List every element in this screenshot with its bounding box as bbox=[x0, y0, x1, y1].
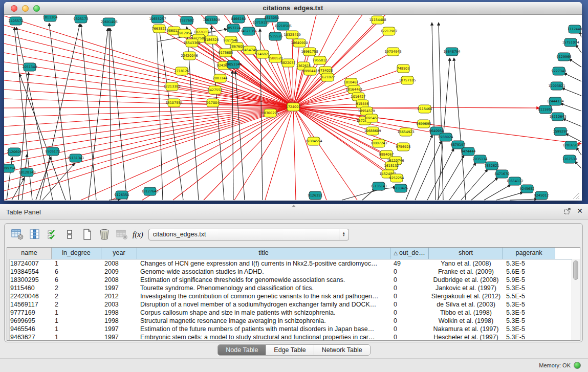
graph-node[interactable]: 7663822 bbox=[152, 25, 167, 33]
cell-pagerank[interactable]: 5.3E-5 bbox=[503, 309, 555, 317]
column-header-name[interactable]: name bbox=[7, 248, 52, 259]
cell-outde[interactable]: 0 bbox=[390, 325, 429, 333]
cell-pagerank[interactable]: 5.3E-5 bbox=[503, 325, 555, 333]
cell-name[interactable]: 18724007 bbox=[7, 259, 52, 268]
graph-node[interactable]: 10688609 bbox=[364, 127, 381, 135]
cell-indegree[interactable]: 1 bbox=[52, 309, 101, 317]
graph-node[interactable]: 18640910 bbox=[291, 39, 308, 47]
graph-node[interactable]: 7632621 bbox=[485, 162, 499, 170]
cell-year[interactable]: 2008 bbox=[101, 276, 137, 284]
cell-outde[interactable]: 0 bbox=[390, 300, 429, 309]
table-row[interactable]: 1938455462009Genome-wide association stu… bbox=[7, 268, 580, 276]
cell-year[interactable]: 1998 bbox=[101, 309, 137, 317]
cell-pagerank[interactable]: 5.9E-5 bbox=[503, 276, 555, 284]
cell-title[interactable]: Estimation of the future numbers of pati… bbox=[137, 325, 390, 333]
cell-short[interactable]: Stergiakouli et al. (2012) bbox=[429, 292, 503, 300]
graph-node[interactable]: 8471670 bbox=[495, 170, 510, 178]
graph-node[interactable]: 917004 bbox=[207, 99, 220, 107]
memory-status-indicator-icon[interactable] bbox=[574, 362, 581, 369]
graph-node[interactable]: 16543362 bbox=[183, 39, 200, 47]
cell-year[interactable]: 2008 bbox=[101, 259, 137, 268]
network-table-select[interactable]: citations_edges.txt ▲▼ bbox=[148, 229, 349, 240]
graph-node[interactable]: 15135141 bbox=[370, 182, 387, 190]
cell-title[interactable]: Embryonic stem cells: a model to study s… bbox=[137, 333, 390, 341]
graph-node[interactable]: 18127643 bbox=[141, 187, 158, 195]
cell-pagerank[interactable]: 5.5E-5 bbox=[503, 292, 555, 300]
show-column-button[interactable] bbox=[28, 228, 41, 241]
column-header-pagerank[interactable]: pagerank bbox=[503, 248, 555, 259]
graph-node[interactable]: 2935114 bbox=[473, 155, 488, 163]
graph-node[interactable]: 8813054 bbox=[265, 15, 279, 22]
table-row[interactable]: 2242004622012Investigating the contribut… bbox=[7, 292, 580, 300]
network-window[interactable]: citations_edges.txt 17240077663822986012… bbox=[4, 2, 582, 201]
citation-network-graph[interactable]: 1724007766382298601238912954182260589327… bbox=[4, 15, 582, 201]
graph-node[interactable]: 12217987 bbox=[380, 27, 397, 35]
graph-node[interactable]: 17016504 bbox=[562, 141, 579, 149]
cell-indegree[interactable]: 1 bbox=[52, 317, 101, 325]
graph-node[interactable]: 9305173 bbox=[74, 15, 89, 23]
graph-node[interactable]: 1811304 bbox=[43, 15, 58, 21]
tab-edge-table[interactable]: Edge Table bbox=[266, 345, 314, 355]
cell-short[interactable]: de Silva et al. (2003) bbox=[429, 300, 503, 309]
cell-indegree[interactable]: 2 bbox=[52, 292, 101, 300]
column-header-title[interactable]: title bbox=[137, 248, 390, 259]
graph-node[interactable]: 12213383 bbox=[163, 82, 180, 91]
cell-name[interactable]: 9465546 bbox=[7, 325, 52, 333]
cell-year[interactable]: 2009 bbox=[101, 268, 137, 276]
graph-node[interactable]: 1621022 bbox=[320, 73, 335, 81]
graph-node[interactable]: 9245012 bbox=[534, 191, 549, 200]
cell-pagerank[interactable]: 5.3E-5 bbox=[503, 259, 555, 268]
graph-node[interactable]: 9756928 bbox=[396, 143, 411, 151]
graph-node[interactable]: 9474444 bbox=[461, 147, 476, 156]
cell-indegree[interactable]: 6 bbox=[52, 268, 101, 276]
cell-indegree[interactable]: 1 bbox=[52, 259, 101, 268]
graph-node[interactable]: 8912954 bbox=[178, 29, 192, 37]
graph-node[interactable]: 10654112 bbox=[506, 177, 523, 185]
cell-title[interactable]: Structural magnetic resonance image aver… bbox=[137, 317, 390, 325]
select-all-button[interactable] bbox=[46, 228, 59, 241]
cell-short[interactable]: Nakamura et al. (1997) bbox=[429, 325, 503, 333]
table-row[interactable]: 946362711997Embryonic stem cells: a mode… bbox=[7, 333, 580, 341]
cell-name[interactable]: 9463627 bbox=[7, 333, 52, 341]
cell-name[interactable]: 19384554 bbox=[7, 268, 52, 276]
graph-node[interactable]: 20691406 bbox=[100, 18, 117, 26]
graph-node[interactable]: 22420046 bbox=[181, 52, 198, 60]
graph-node[interactable]: 9099794 bbox=[4, 164, 15, 172]
cell-pagerank[interactable]: 5.3E-5 bbox=[503, 300, 555, 309]
cell-title[interactable]: Estimation of significance thresholds fo… bbox=[137, 276, 390, 284]
column-header-short[interactable]: short bbox=[429, 248, 503, 259]
graph-node[interactable]: 18757105 bbox=[399, 76, 416, 84]
cell-name[interactable]: 9777169 bbox=[7, 309, 52, 317]
cell-name[interactable]: 22420046 bbox=[7, 292, 52, 300]
graph-node[interactable]: 16961758 bbox=[301, 48, 318, 56]
cell-pagerank[interactable]: 5.3E-5 bbox=[503, 284, 555, 292]
graph-node[interactable]: 8115955 bbox=[538, 105, 553, 114]
scrollbar-thumb[interactable] bbox=[573, 260, 578, 280]
graph-node[interactable]: 16210643 bbox=[549, 113, 566, 121]
graph-node[interactable]: 9505173 bbox=[46, 147, 60, 156]
cell-short[interactable]: Jankovic et al. (1997) bbox=[429, 284, 503, 292]
graph-node[interactable]: 2803144 bbox=[213, 74, 228, 82]
cell-year[interactable]: 1998 bbox=[101, 317, 137, 325]
graph-node[interactable]: 15751074 bbox=[562, 38, 579, 47]
graph-node[interactable]: 12444134 bbox=[547, 97, 563, 105]
cell-name[interactable]: 14569117 bbox=[7, 300, 52, 309]
graph-node[interactable]: 9129966 bbox=[557, 53, 572, 61]
graph-node[interactable]: 1733426 bbox=[394, 184, 408, 192]
graph-node[interactable]: 1167533 bbox=[562, 155, 577, 163]
graph-node[interactable]: 8427552 bbox=[208, 86, 223, 94]
graph-node[interactable]: 8822037 bbox=[281, 59, 296, 67]
graph-node[interactable]: 7955812 bbox=[313, 56, 328, 64]
cell-outde[interactable]: 0 bbox=[390, 333, 429, 341]
cell-title[interactable]: Tourette syndrome. Phenomenology and cla… bbox=[137, 284, 390, 292]
graph-node[interactable]: 1615132 bbox=[384, 162, 399, 170]
column-header-outde[interactable]: △out_de… bbox=[390, 248, 429, 259]
graph-node[interactable]: 18128343 bbox=[18, 168, 35, 177]
cell-short[interactable]: Tibbo et al. (1998) bbox=[429, 309, 503, 317]
graph-node[interactable]: 8466160 bbox=[231, 15, 246, 23]
graph-node[interactable]: 29053346 bbox=[225, 60, 242, 69]
cell-indegree[interactable]: 2 bbox=[52, 300, 101, 309]
table-row[interactable]: 969969511998Structural magnetic resonanc… bbox=[7, 317, 580, 325]
graph-node[interactable]: 9252254 bbox=[389, 174, 404, 182]
table-row[interactable]: 946554611997Estimation of the future num… bbox=[7, 325, 580, 333]
